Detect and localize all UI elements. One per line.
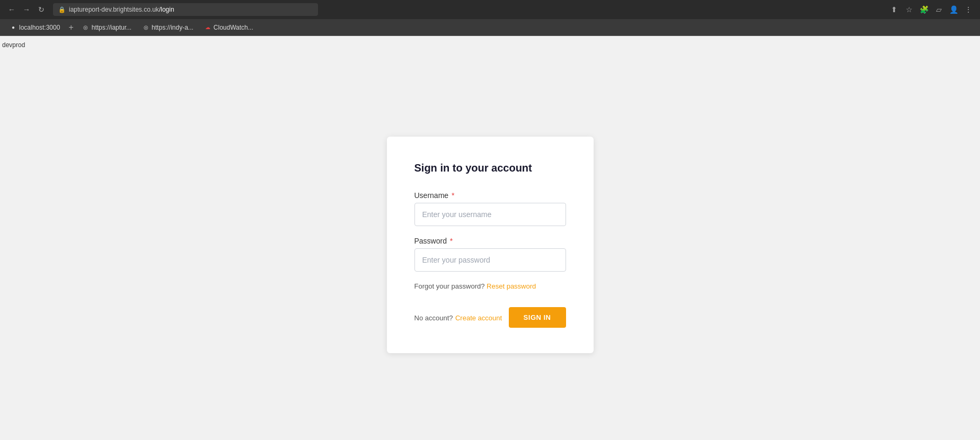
share-icon[interactable]: ⬆ bbox=[889, 4, 899, 15]
devprod-label: devprod bbox=[0, 40, 980, 50]
login-card: Sign in to your account Username * Passw… bbox=[387, 137, 594, 353]
account-icon[interactable]: 👤 bbox=[948, 4, 959, 15]
username-group: Username * bbox=[414, 191, 566, 226]
browser-actions: ⬆ ☆ 🧩 ▱ 👤 ⋮ bbox=[889, 4, 974, 15]
address-text: iaptureport-dev.brightsites.co.uk/login bbox=[69, 6, 174, 13]
bookmark-localhost[interactable]: ● localhost:3000 bbox=[5, 23, 64, 32]
bookmark-add-indy-c[interactable]: + bbox=[66, 23, 75, 32]
username-input[interactable] bbox=[414, 203, 566, 226]
page-content: devprod Sign in to your account Username… bbox=[0, 36, 980, 440]
create-account-link[interactable]: Create account bbox=[455, 314, 502, 322]
bookmark-cloudwatch[interactable]: ☁ CloudWatch... bbox=[200, 23, 258, 32]
extensions-icon[interactable]: 🧩 bbox=[919, 4, 929, 15]
reset-password-link[interactable]: Reset password bbox=[487, 282, 536, 290]
bookmark-iaptur[interactable]: ◎ https://iaptur... bbox=[78, 23, 136, 32]
bookmark-favicon-indy-a: ◎ bbox=[142, 24, 149, 31]
bookmark-favicon-localhost: ● bbox=[10, 24, 17, 31]
lock-icon: 🔒 bbox=[58, 6, 66, 13]
browser-chrome: ← → ↻ 🔒 iaptureport-dev.brightsites.co.u… bbox=[0, 0, 980, 19]
password-required: * bbox=[448, 237, 453, 245]
no-account-section: No account? Create account bbox=[414, 313, 502, 322]
bookmark-favicon-cloudwatch: ☁ bbox=[204, 24, 211, 31]
back-button[interactable]: ← bbox=[6, 4, 17, 15]
bookmarks-bar: ● localhost:3000 + ◎ https://iaptur... ◎… bbox=[0, 19, 980, 36]
login-title: Sign in to your account bbox=[414, 162, 566, 174]
username-required: * bbox=[449, 191, 454, 200]
form-actions: No account? Create account SIGN IN bbox=[414, 307, 566, 328]
reload-button[interactable]: ↻ bbox=[36, 4, 47, 15]
forward-button[interactable]: → bbox=[21, 4, 32, 15]
password-label: Password * bbox=[414, 237, 566, 245]
password-group: Password * bbox=[414, 237, 566, 272]
bookmark-favicon-iaptur: ◎ bbox=[82, 24, 90, 31]
forgot-password-row: Forgot your password? Reset password bbox=[414, 282, 566, 290]
address-bar[interactable]: 🔒 iaptureport-dev.brightsites.co.uk/logi… bbox=[53, 3, 318, 16]
sign-in-button[interactable]: SIGN IN bbox=[509, 307, 566, 328]
bookmark-indy-a[interactable]: ◎ https://indy-a... bbox=[138, 23, 198, 32]
password-input[interactable] bbox=[414, 248, 566, 272]
menu-icon[interactable]: ⋮ bbox=[963, 4, 974, 15]
main-area: Sign in to your account Username * Passw… bbox=[0, 50, 980, 440]
star-icon[interactable]: ☆ bbox=[904, 4, 914, 15]
username-label: Username * bbox=[414, 191, 566, 200]
split-view-icon[interactable]: ▱ bbox=[933, 4, 944, 15]
